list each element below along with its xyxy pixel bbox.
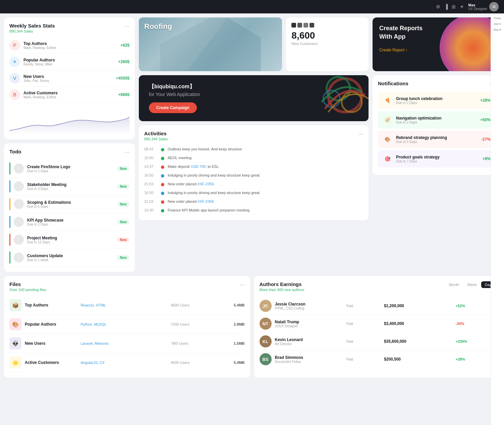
roofing-card: Roofing — [139, 17, 282, 71]
user-role: UX Designer — [468, 7, 487, 11]
earnings-tab-group: Month Week Day — [446, 281, 495, 288]
todo-name: Create FireStone Logo — [27, 164, 117, 169]
author-item: NT Natali Trump UI/UX Designer Paid $3,4… — [260, 315, 495, 333]
activities-title: Activities — [144, 131, 168, 136]
author-paid-label: Paid — [346, 304, 381, 308]
activity-list: 08:42 Outlines keep you honest. And keep… — [144, 145, 363, 215]
activity-dot — [161, 157, 164, 160]
file-size: 2.8MB — [210, 322, 244, 326]
activity-link[interactable]: USD 700. — [190, 164, 207, 169]
todo-name: Stakeholder Meeting — [27, 182, 117, 187]
file-tech: AngularJS, C# — [80, 361, 151, 365]
right-column: Create Reports With App Create Report › … — [373, 17, 500, 272]
author-name: Brad Simmons — [275, 355, 343, 360]
notification-item: 🎯 Product goals strategy Due in 7 Days +… — [378, 150, 495, 168]
square-light — [303, 23, 308, 28]
activity-dot — [161, 209, 164, 212]
brightness-icon[interactable]: ☀ — [460, 4, 464, 9]
more-options-icon[interactable]: ··· — [124, 23, 129, 30]
sidebar-buyn[interactable]: Buy N — [494, 28, 501, 31]
stat-sub: John, Pat, Jimmy — [23, 79, 116, 83]
author-paid-label: Paid — [346, 340, 381, 343]
notif-name: Group lunch celebration — [396, 96, 480, 101]
todo-item: Create FireStone Logo Due in 2 Days New — [9, 160, 129, 178]
todo-info: Customers Update Due in 1 week — [27, 253, 117, 262]
stat-list: P Top Authors Mark, Rowling, Esther +82$… — [9, 37, 129, 103]
author-avatar: BS — [260, 353, 272, 365]
stat-name: Popular Authors — [23, 58, 118, 62]
author-item: BS Brad Simmons Successful Fellas Paid $… — [260, 350, 495, 368]
stat-info: Active Customers Mark, Rowling, Esther — [23, 91, 118, 99]
grid-icon[interactable]: ⊞ — [452, 4, 456, 9]
notif-due: Due in 2 Days — [396, 121, 480, 124]
middle-column: Roofing 8,600 New Customers 【biqubiqu.co… — [139, 17, 369, 272]
file-item: 📦 Top Authors ReactJs, HTML 4600 Users 5… — [9, 296, 245, 315]
todo-avatar — [14, 181, 24, 191]
todo-more-icon[interactable]: ··· — [124, 149, 129, 156]
campaign-card: 【biqubiqu.com】 for Your Web Application … — [139, 75, 369, 121]
author-name: Natali Trump — [275, 320, 343, 324]
activity-link[interactable]: #XF-2356. — [198, 182, 215, 186]
activities-subtitle: 890,344 Sales — [144, 137, 168, 141]
tab-month[interactable]: Month — [446, 281, 463, 288]
stat-value: +4500$ — [116, 76, 129, 81]
notif-due: Due in 2 Days — [396, 101, 480, 105]
tab-week[interactable]: Week — [464, 281, 480, 288]
avatar[interactable]: M — [489, 2, 499, 11]
author-amount: $1,200,000 — [384, 303, 452, 308]
notif-icon: 🧭 — [382, 114, 393, 125]
activity-text: New order placed #XF-2356. — [168, 182, 363, 186]
notifications-list: 🍕 Group lunch celebration Due in 2 Days … — [378, 92, 495, 168]
weekly-sales-card: Weekly Sales Stats 890,344 Sales ··· P T… — [4, 17, 135, 139]
todo-info: Create FireStone Logo Due in 2 Days — [27, 164, 117, 173]
author-name: Jessie Clarcson — [275, 302, 343, 306]
notifications-card: Notifications ··· 🍕 Group lunch celebrat… — [373, 75, 500, 175]
activity-time: 21:03 — [144, 199, 158, 203]
stat-name: Top Authors — [23, 41, 120, 46]
activity-dot — [161, 174, 164, 178]
battery-icon: ▐ — [444, 4, 448, 9]
todo-name: Scoping & Estimations — [27, 200, 117, 205]
activity-time: 16:50 — [144, 173, 158, 177]
stat-sub: Mark, Rowling, Esther — [23, 95, 118, 99]
search-icon[interactable]: ⚙ — [436, 4, 440, 9]
sidebar-geth[interactable]: Get H — [494, 22, 501, 26]
activity-dot — [161, 148, 164, 151]
todo-due: Due in 2 Days — [27, 169, 117, 173]
todo-item: Customers Update Due in 1 week New — [9, 249, 129, 267]
campaign-text: 【biqubiqu.com】 for Your Web Application … — [149, 83, 200, 113]
activity-time: 16:50 — [144, 191, 158, 195]
activities-more-icon[interactable]: ··· — [358, 131, 363, 138]
file-name: Active Customers — [25, 360, 77, 365]
file-name: Top Authors — [25, 303, 77, 308]
reports-title-line1: Create Reports — [379, 25, 423, 32]
todo-due: Due in 3 Days — [27, 187, 117, 191]
stat-icon: V — [9, 73, 20, 84]
user-name: Max — [468, 3, 487, 7]
notif-value: +8% — [483, 156, 491, 161]
sidebar-prebu[interactable]: Prebu — [494, 17, 501, 20]
author-info: Kevin Leonard Art Director — [275, 337, 343, 346]
stat-icon: B — [9, 89, 20, 100]
file-users: 4600 Users — [154, 361, 206, 365]
activity-link[interactable]: #XF-2356. — [198, 199, 215, 203]
todo-info: Project Meeting Due in 12 Days — [27, 236, 117, 244]
file-users: 4600 Users — [154, 303, 206, 307]
file-tech: ReactJs, HTML — [80, 303, 151, 307]
activity-item: 10:00 AEOL meeting — [144, 154, 363, 162]
author-item: JC Jessie Clarcson HTML, CSS Coding Paid… — [260, 297, 495, 315]
notif-value: +50% — [480, 117, 491, 122]
files-more-icon[interactable]: ··· — [239, 281, 244, 288]
activity-item: 08:42 Outlines keep you honest. And keep… — [144, 145, 363, 154]
create-campaign-button[interactable]: Create Campaign — [149, 102, 197, 113]
notif-name: Rebrand strategy planning — [396, 135, 481, 140]
activity-time: 08:42 — [144, 147, 158, 151]
author-change: -34% — [456, 322, 490, 326]
create-report-link[interactable]: Create Report › — [379, 48, 493, 52]
file-item: 🎨 Popular Authors Python, MySQL 7200 Use… — [9, 315, 245, 334]
earnings-subtitle: More than 400 new authors — [260, 288, 304, 292]
file-name: Popular Authors — [25, 322, 77, 327]
user-info: Max UX Designer M — [468, 2, 499, 11]
stat-item: B Active Customers Mark, Rowling, Esther… — [9, 87, 129, 103]
todo-item: Scoping & Estimations Due in 5 Days New — [9, 195, 129, 213]
